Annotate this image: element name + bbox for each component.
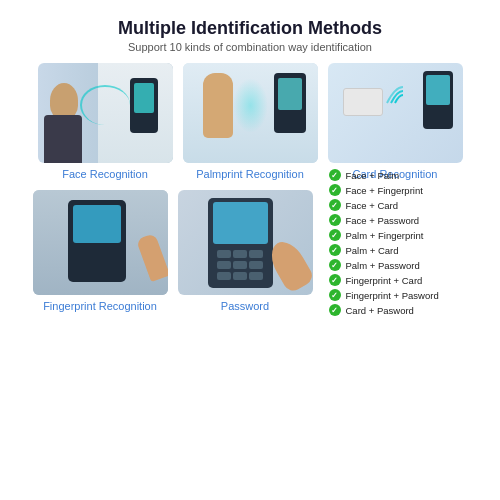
check-icon (329, 259, 341, 271)
combination-item: Card + Pasword (329, 304, 462, 316)
palmprint-recognition-image (183, 63, 318, 163)
check-icon (329, 304, 341, 316)
combination-label: Fingerprint + Pasword (346, 290, 439, 301)
combination-label: Palm + Password (346, 260, 420, 271)
combination-item: Face + Card (329, 199, 462, 211)
header: Multiple Identification Methods Support … (118, 18, 382, 53)
check-icon (329, 169, 341, 181)
card-recognition-card: Card Recognition (328, 63, 463, 180)
combination-item: Palm + Fingerprint (329, 229, 462, 241)
card-recognition-image (328, 63, 463, 163)
check-icon (329, 289, 341, 301)
fingerprint-recognition-label: Fingerprint Recognition (43, 300, 157, 312)
check-icon (329, 199, 341, 211)
top-grid: Face Recognition Palmprint Recognition (38, 63, 463, 180)
face-recognition-label: Face Recognition (62, 168, 148, 180)
page: Multiple Identification Methods Support … (0, 0, 500, 500)
bottom-grid: Fingerprint Recognition Password (33, 190, 468, 312)
face-recognition-card: Face Recognition (38, 63, 173, 180)
password-label: Password (221, 300, 269, 312)
combination-label: Face + Card (346, 200, 399, 211)
fingerprint-recognition-card: Fingerprint Recognition (33, 190, 168, 312)
combination-item: Face + Palm (329, 169, 462, 181)
check-icon (329, 244, 341, 256)
check-icon (329, 184, 341, 196)
password-image (178, 190, 313, 295)
palmprint-recognition-card: Palmprint Recognition (183, 63, 318, 180)
page-subtitle: Support 10 kinds of combination way iden… (118, 41, 382, 53)
combination-label: Face + Palm (346, 170, 400, 181)
combination-item: Palm + Card (329, 244, 462, 256)
combination-label: Card + Pasword (346, 305, 414, 316)
combination-label: Face + Fingerprint (346, 185, 423, 196)
check-icon (329, 274, 341, 286)
combination-label: Palm + Card (346, 245, 399, 256)
combination-item: Face + Fingerprint (329, 184, 462, 196)
combination-label: Fingerprint + Card (346, 275, 423, 286)
combination-label: Palm + Fingerprint (346, 230, 424, 241)
combination-item: Palm + Password (329, 259, 462, 271)
combination-label: Face + Password (346, 215, 420, 226)
check-icon (329, 229, 341, 241)
combination-item: Fingerprint + Card (329, 274, 462, 286)
fingerprint-recognition-image (33, 190, 168, 295)
password-card: Password (178, 190, 313, 312)
combinations-box: Face + PalmFace + FingerprintFace + Card… (323, 190, 468, 295)
face-recognition-image (38, 63, 173, 163)
check-icon (329, 214, 341, 226)
page-title: Multiple Identification Methods (118, 18, 382, 39)
palmprint-recognition-label: Palmprint Recognition (196, 168, 304, 180)
combination-item: Face + Password (329, 214, 462, 226)
combination-item: Fingerprint + Pasword (329, 289, 462, 301)
